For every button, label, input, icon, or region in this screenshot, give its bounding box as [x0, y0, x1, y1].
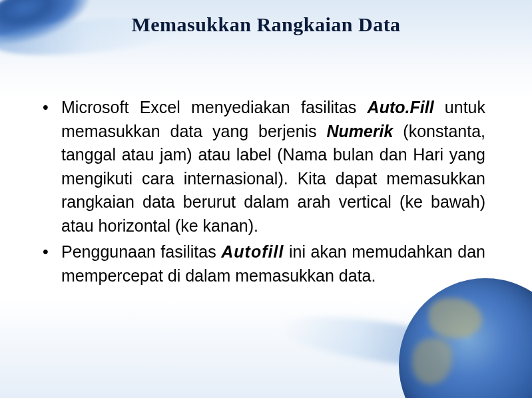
bullet-item: Microsoft Excel menyediakan fasilitas Au… [39, 96, 485, 238]
bullet-list: Microsoft Excel menyediakan fasilitas Au… [39, 96, 485, 288]
slide-title: Memasukkan Rangkaian Data [0, 0, 532, 36]
emphasis-numerik: Numerik [326, 122, 393, 140]
bullet-text: Penggunaan fasilitas [61, 242, 221, 261]
decorative-globe [399, 278, 532, 398]
emphasis-autofill: Auto.Fill [368, 98, 434, 116]
bullet-item: Penggunaan fasilitas Autofill ini akan m… [39, 240, 485, 288]
emphasis-autofill-2: Autofill [221, 242, 284, 261]
slide-body: Microsoft Excel menyediakan fasilitas Au… [0, 36, 532, 288]
bullet-text: Microsoft Excel menyediakan fasilitas [61, 98, 368, 116]
